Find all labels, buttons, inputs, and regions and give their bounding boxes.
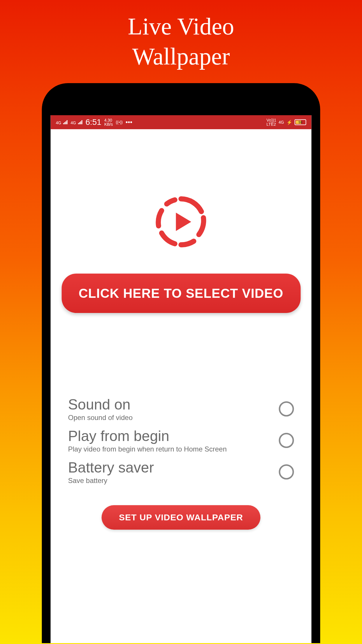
status-bar: 4G 4G 6:51 4.30 KB/s ((•)) ••• Vo))1 — [51, 115, 312, 129]
status-left: 4G 4G 6:51 4.30 KB/s ((•)) ••• — [56, 118, 132, 127]
setting-text: Sound on Open sound of video — [68, 396, 273, 422]
status-time: 6:51 — [85, 118, 101, 127]
page-title: Live Video Wallpaper — [0, 0, 362, 71]
setting-text: Play from begin Play video from begin wh… — [68, 428, 273, 453]
setting-subtitle: Open sound of video — [68, 414, 273, 422]
page-title-line2: Wallpaper — [0, 42, 362, 72]
play-video-icon — [156, 196, 207, 247]
setup-button-wrapper: SET UP VIDEO WALLPAPER — [59, 505, 303, 536]
svg-marker-0 — [176, 213, 191, 231]
setting-play-from-begin[interactable]: Play from begin Play video from begin wh… — [68, 428, 294, 453]
setting-sound-on[interactable]: Sound on Open sound of video — [68, 396, 294, 422]
status-right: Vo))1 LTE2 4G ⚡ 59 — [266, 118, 306, 126]
radio-battery-saver[interactable] — [279, 464, 294, 480]
select-video-button[interactable]: CLICK HERE TO SELECT VIDEO — [61, 274, 301, 313]
page-title-line1: Live Video — [0, 12, 362, 42]
battery-icon: 59 — [295, 119, 306, 125]
status-speed: 4.30 KB/s — [104, 118, 113, 126]
signal-1-icon: 4G — [56, 118, 68, 126]
hotspot-icon: ((•)) — [116, 120, 123, 124]
setting-subtitle: Save battery — [68, 477, 273, 485]
radio-play-from-begin[interactable] — [279, 433, 294, 448]
setting-title: Sound on — [68, 396, 273, 413]
charging-icon: ⚡ — [287, 120, 292, 125]
signal-2-icon: 4G — [71, 118, 82, 126]
setting-subtitle: Play video from begin when return to Hom… — [68, 445, 273, 453]
video-preview-area: CLICK HERE TO SELECT VIDEO — [59, 129, 303, 313]
status-more-icon: ••• — [126, 118, 132, 126]
app-content: CLICK HERE TO SELECT VIDEO Sound on Open… — [51, 129, 312, 643]
setting-title: Battery saver — [68, 459, 273, 476]
setting-battery-saver[interactable]: Battery saver Save battery — [68, 459, 294, 485]
phone-frame: 4G 4G 6:51 4.30 KB/s ((•)) ••• Vo))1 — [42, 83, 320, 643]
setting-text: Battery saver Save battery — [68, 459, 273, 485]
setting-title: Play from begin — [68, 428, 273, 444]
phone-screen: 4G 4G 6:51 4.30 KB/s ((•)) ••• Vo))1 — [51, 115, 312, 643]
radio-sound-on[interactable] — [279, 401, 294, 416]
volte-icon: Vo))1 LTE2 — [266, 118, 276, 126]
setup-video-wallpaper-button[interactable]: SET UP VIDEO WALLPAPER — [101, 505, 261, 530]
network-icon: 4G — [279, 120, 284, 124]
settings-list: Sound on Open sound of video Play from b… — [59, 396, 303, 491]
